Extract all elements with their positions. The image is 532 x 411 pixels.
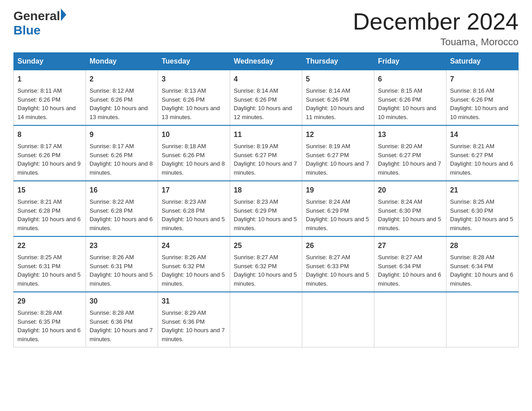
day-number: 24 bbox=[162, 240, 226, 251]
day-number: 25 bbox=[234, 240, 298, 251]
calendar-cell: 15Sunrise: 8:21 AMSunset: 6:28 PMDayligh… bbox=[14, 181, 86, 236]
weekday-header-sunday: Sunday bbox=[14, 53, 86, 70]
calendar-week-row: 22Sunrise: 8:25 AMSunset: 6:31 PMDayligh… bbox=[14, 236, 519, 292]
calendar-cell: 7Sunrise: 8:16 AMSunset: 6:26 PMDaylight… bbox=[446, 70, 519, 126]
calendar-cell: 4Sunrise: 8:14 AMSunset: 6:26 PMDaylight… bbox=[230, 70, 302, 126]
calendar-cell: 29Sunrise: 8:28 AMSunset: 6:35 PMDayligh… bbox=[14, 292, 86, 347]
calendar-cell: 13Sunrise: 8:20 AMSunset: 6:27 PMDayligh… bbox=[374, 125, 446, 181]
day-number: 22 bbox=[17, 240, 82, 251]
calendar-cell: 14Sunrise: 8:21 AMSunset: 6:27 PMDayligh… bbox=[446, 125, 519, 181]
calendar-week-row: 15Sunrise: 8:21 AMSunset: 6:28 PMDayligh… bbox=[14, 181, 519, 236]
calendar-cell bbox=[302, 292, 374, 347]
calendar-cell bbox=[230, 292, 302, 347]
day-number: 17 bbox=[162, 185, 226, 196]
calendar-cell bbox=[374, 292, 446, 347]
day-number: 4 bbox=[234, 74, 298, 85]
weekday-header-row: SundayMondayTuesdayWednesdayThursdayFrid… bbox=[14, 53, 519, 70]
calendar-cell: 27Sunrise: 8:27 AMSunset: 6:34 PMDayligh… bbox=[374, 236, 446, 292]
calendar-body: 1Sunrise: 8:11 AMSunset: 6:26 PMDaylight… bbox=[14, 70, 519, 347]
calendar-cell: 24Sunrise: 8:26 AMSunset: 6:32 PMDayligh… bbox=[158, 236, 230, 292]
calendar-cell bbox=[446, 292, 519, 347]
day-number: 3 bbox=[162, 74, 226, 85]
calendar-cell: 26Sunrise: 8:27 AMSunset: 6:33 PMDayligh… bbox=[302, 236, 374, 292]
weekday-header-thursday: Thursday bbox=[302, 53, 374, 70]
day-number: 15 bbox=[17, 185, 82, 196]
calendar-cell: 11Sunrise: 8:19 AMSunset: 6:27 PMDayligh… bbox=[230, 125, 302, 181]
calendar-cell: 16Sunrise: 8:22 AMSunset: 6:28 PMDayligh… bbox=[86, 181, 158, 236]
weekday-header-wednesday: Wednesday bbox=[230, 53, 302, 70]
calendar-cell: 9Sunrise: 8:17 AMSunset: 6:26 PMDaylight… bbox=[86, 125, 158, 181]
calendar-cell: 22Sunrise: 8:25 AMSunset: 6:31 PMDayligh… bbox=[14, 236, 86, 292]
calendar-cell: 5Sunrise: 8:14 AMSunset: 6:26 PMDaylight… bbox=[302, 70, 374, 126]
day-number: 20 bbox=[378, 185, 442, 196]
calendar-cell: 1Sunrise: 8:11 AMSunset: 6:26 PMDaylight… bbox=[14, 70, 86, 126]
day-number: 23 bbox=[90, 240, 154, 251]
calendar-header: SundayMondayTuesdayWednesdayThursdayFrid… bbox=[14, 53, 519, 70]
day-number: 21 bbox=[450, 185, 515, 196]
day-number: 8 bbox=[17, 129, 82, 140]
day-number: 2 bbox=[90, 74, 154, 85]
title-block: December 2024 Touama, Morocco bbox=[353, 9, 519, 48]
day-number: 18 bbox=[234, 185, 298, 196]
calendar-week-row: 29Sunrise: 8:28 AMSunset: 6:35 PMDayligh… bbox=[14, 292, 519, 347]
day-number: 16 bbox=[90, 185, 154, 196]
day-number: 19 bbox=[306, 185, 370, 196]
location-subtitle: Touama, Morocco bbox=[353, 36, 519, 48]
weekday-header-friday: Friday bbox=[374, 53, 446, 70]
day-number: 10 bbox=[162, 129, 226, 140]
day-number: 13 bbox=[378, 129, 442, 140]
logo: General Blue bbox=[13, 9, 66, 38]
calendar-cell: 19Sunrise: 8:24 AMSunset: 6:29 PMDayligh… bbox=[302, 181, 374, 236]
day-number: 30 bbox=[90, 296, 154, 307]
calendar-cell: 31Sunrise: 8:29 AMSunset: 6:36 PMDayligh… bbox=[158, 292, 230, 347]
day-number: 5 bbox=[306, 74, 370, 85]
calendar-cell: 23Sunrise: 8:26 AMSunset: 6:31 PMDayligh… bbox=[86, 236, 158, 292]
page-title: December 2024 bbox=[353, 9, 519, 34]
day-number: 9 bbox=[90, 129, 154, 140]
day-number: 6 bbox=[378, 74, 442, 85]
calendar-cell: 2Sunrise: 8:12 AMSunset: 6:26 PMDaylight… bbox=[86, 70, 158, 126]
calendar-cell: 30Sunrise: 8:28 AMSunset: 6:36 PMDayligh… bbox=[86, 292, 158, 347]
day-number: 31 bbox=[162, 296, 226, 307]
weekday-header-tuesday: Tuesday bbox=[158, 53, 230, 70]
logo-arrow-icon bbox=[61, 9, 66, 21]
calendar-cell: 3Sunrise: 8:13 AMSunset: 6:26 PMDaylight… bbox=[158, 70, 230, 126]
calendar-cell: 18Sunrise: 8:23 AMSunset: 6:29 PMDayligh… bbox=[230, 181, 302, 236]
calendar-cell: 20Sunrise: 8:24 AMSunset: 6:30 PMDayligh… bbox=[374, 181, 446, 236]
day-number: 14 bbox=[450, 129, 515, 140]
page-header: General Blue December 2024 Touama, Moroc… bbox=[13, 9, 519, 48]
calendar-cell: 10Sunrise: 8:18 AMSunset: 6:26 PMDayligh… bbox=[158, 125, 230, 181]
day-number: 29 bbox=[17, 296, 82, 307]
calendar-cell: 17Sunrise: 8:23 AMSunset: 6:28 PMDayligh… bbox=[158, 181, 230, 236]
calendar-table: SundayMondayTuesdayWednesdayThursdayFrid… bbox=[13, 52, 519, 347]
day-number: 12 bbox=[306, 129, 370, 140]
weekday-header-saturday: Saturday bbox=[446, 53, 519, 70]
calendar-week-row: 8Sunrise: 8:17 AMSunset: 6:26 PMDaylight… bbox=[14, 125, 519, 181]
day-number: 1 bbox=[17, 74, 82, 85]
day-number: 26 bbox=[306, 240, 370, 251]
day-number: 11 bbox=[234, 129, 298, 140]
calendar-cell: 12Sunrise: 8:19 AMSunset: 6:27 PMDayligh… bbox=[302, 125, 374, 181]
calendar-cell: 21Sunrise: 8:25 AMSunset: 6:30 PMDayligh… bbox=[446, 181, 519, 236]
calendar-cell: 25Sunrise: 8:27 AMSunset: 6:32 PMDayligh… bbox=[230, 236, 302, 292]
day-number: 28 bbox=[450, 240, 515, 251]
calendar-cell: 28Sunrise: 8:28 AMSunset: 6:34 PMDayligh… bbox=[446, 236, 519, 292]
calendar-cell: 6Sunrise: 8:15 AMSunset: 6:26 PMDaylight… bbox=[374, 70, 446, 126]
day-number: 27 bbox=[378, 240, 442, 251]
calendar-cell: 8Sunrise: 8:17 AMSunset: 6:26 PMDaylight… bbox=[14, 125, 86, 181]
calendar-week-row: 1Sunrise: 8:11 AMSunset: 6:26 PMDaylight… bbox=[14, 70, 519, 126]
day-number: 7 bbox=[450, 74, 515, 85]
logo-blue-text: Blue bbox=[13, 23, 41, 38]
logo-general-text: General bbox=[13, 9, 60, 23]
weekday-header-monday: Monday bbox=[86, 53, 158, 70]
